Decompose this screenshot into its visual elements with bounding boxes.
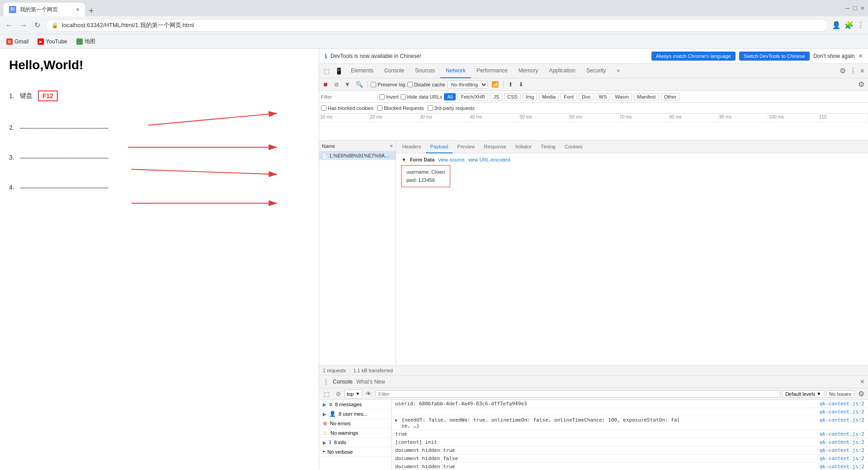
back-button[interactable]: ←: [4, 19, 14, 31]
extensions-icon[interactable]: 🧩: [844, 21, 854, 29]
sidebar-info[interactable]: ▶ ℹ 8 info: [319, 438, 391, 447]
console-filter-input[interactable]: [375, 390, 780, 398]
invert-label[interactable]: Invert: [379, 94, 399, 100]
sidebar-messages[interactable]: ▶ ≡ 8 messages: [319, 400, 391, 409]
console-log-area[interactable]: userid: 680bfabb-4def-4a49-83c6-dff7efa9…: [392, 400, 868, 470]
filter-img-btn[interactable]: Img: [523, 93, 537, 100]
object-log-source[interactable]: qk-content.js:2: [820, 417, 864, 423]
filter-js-btn[interactable]: JS: [490, 93, 502, 100]
response-tab[interactable]: Response: [479, 141, 511, 153]
match-language-btn[interactable]: Always match Chrome's language: [651, 52, 736, 61]
doc-hidden-true2-log-source[interactable]: qk-content.js:2: [820, 464, 864, 470]
third-party-requests-label[interactable]: 3rd-party requests: [428, 105, 475, 111]
sidebar-user-messages[interactable]: ▶ 👤 8 user mes...: [319, 409, 391, 419]
tab-network[interactable]: Network: [440, 64, 471, 78]
console-tab-active[interactable]: Console: [333, 379, 353, 385]
maximize-btn[interactable]: □: [853, 5, 857, 12]
filter-wasm-btn[interactable]: Wasm: [612, 93, 632, 100]
filter-other-btn[interactable]: Other: [661, 93, 680, 100]
filter-font-btn[interactable]: Font: [561, 93, 577, 100]
initiator-tab[interactable]: Initiator: [511, 141, 536, 153]
import-btn[interactable]: ⬆: [506, 80, 515, 89]
filter-input[interactable]: [321, 94, 375, 100]
preview-tab[interactable]: Preview: [453, 141, 479, 153]
search-btn[interactable]: 🔍: [354, 80, 365, 89]
new-tab-button[interactable]: +: [85, 6, 98, 16]
payload-tab[interactable]: Payload: [426, 141, 453, 153]
console-context-selector[interactable]: top ▼: [344, 389, 362, 399]
disable-cache-checkbox[interactable]: [407, 82, 413, 87]
preserve-log-label[interactable]: Preserve log: [371, 82, 406, 87]
tab-elements[interactable]: Elements: [345, 64, 379, 78]
sidebar-warnings[interactable]: ⚠ No warnings: [319, 428, 391, 438]
view-source-link[interactable]: view source: [438, 157, 464, 162]
tab-performance[interactable]: Performance: [471, 64, 513, 78]
network-settings-btn[interactable]: ⚙: [856, 78, 866, 90]
blocked-requests-checkbox[interactable]: [377, 105, 382, 111]
headers-tab[interactable]: Headers: [398, 141, 426, 153]
settings-btn[interactable]: ⚙: [838, 65, 848, 77]
blocked-requests-label[interactable]: Blocked Requests: [377, 105, 424, 111]
console-clear-btn[interactable]: ⊘: [334, 389, 343, 398]
export-btn[interactable]: ⬇: [517, 80, 525, 89]
console-sidebar-toggle-btn[interactable]: ⬚: [321, 389, 332, 399]
record-btn[interactable]: ⏺: [321, 80, 330, 89]
bookmark-maps[interactable]: 📍 地图: [74, 37, 98, 46]
hide-data-urls-checkbox[interactable]: [401, 94, 406, 100]
throttle-select[interactable]: No throttling: [447, 81, 488, 89]
inspect-element-btn[interactable]: ⬚: [321, 66, 332, 76]
tab-console[interactable]: Console: [379, 64, 410, 78]
disable-cache-label[interactable]: Disable cache: [407, 82, 445, 87]
dont-show-again-btn[interactable]: Don't show again: [813, 53, 855, 59]
console-settings-btn[interactable]: ⚙: [856, 388, 866, 400]
forward-button[interactable]: →: [18, 19, 29, 31]
profile-icon[interactable]: 👤: [832, 21, 841, 29]
filter-doc-btn[interactable]: Doc: [579, 93, 594, 100]
device-toolbar-btn[interactable]: 📱: [332, 66, 345, 76]
tab-more[interactable]: »: [611, 64, 625, 78]
tab-sources[interactable]: Sources: [410, 64, 440, 78]
close-window-btn[interactable]: ×: [861, 5, 864, 12]
active-tab[interactable]: 网 我的第一个网页 ×: [4, 3, 85, 16]
console-level-btn[interactable]: Default levels ▼: [782, 390, 824, 398]
sidebar-errors[interactable]: ⊗ No errors: [319, 419, 391, 428]
filter-manifest-btn[interactable]: Manifest: [634, 93, 659, 100]
expand-object-icon[interactable]: ▶: [395, 418, 398, 423]
view-url-encoded-link[interactable]: view URL-encoded: [468, 157, 510, 162]
userid-log-source[interactable]: qk-content.js:2: [820, 401, 864, 407]
wifi-btn[interactable]: 📶: [490, 80, 500, 89]
filter-ws-btn[interactable]: WS: [596, 93, 610, 100]
tab-application[interactable]: Application: [543, 64, 581, 78]
close-detail-btn[interactable]: ×: [390, 143, 393, 149]
whats-new-tab[interactable]: What's New: [356, 379, 385, 385]
more-options-btn[interactable]: ⋮: [848, 65, 859, 77]
filter-btn[interactable]: ▼: [343, 80, 352, 89]
doc-hidden-true-log-source[interactable]: qk-content.js:2: [820, 447, 864, 453]
blank-log-source[interactable]: qk-content.js:2: [820, 409, 864, 415]
tab-close-btn[interactable]: ×: [76, 6, 80, 13]
hide-data-urls-label[interactable]: Hide data URLs: [401, 94, 443, 100]
sidebar-verbose[interactable]: • No verbose: [319, 447, 391, 457]
console-eye-btn[interactable]: 👁: [364, 389, 373, 398]
content-init-log-source[interactable]: qk-content.js:2: [820, 439, 864, 445]
preserve-log-checkbox[interactable]: [371, 82, 376, 87]
timing-tab[interactable]: Timing: [536, 141, 560, 153]
filter-media-btn[interactable]: Media: [539, 93, 559, 100]
switch-chinese-btn[interactable]: Switch DevTools to Chinese: [739, 52, 810, 61]
filter-css-btn[interactable]: CSS: [504, 93, 521, 100]
console-menu-btn[interactable]: ⋮: [323, 378, 329, 385]
minimize-btn[interactable]: ─: [845, 5, 849, 12]
bookmark-youtube[interactable]: ▶ YouTube: [35, 38, 70, 46]
has-blocked-cookies-label[interactable]: Has blocked cookies: [321, 105, 373, 111]
tab-memory[interactable]: Memory: [513, 64, 543, 78]
notification-close-btn[interactable]: ×: [859, 52, 863, 60]
filter-fetch-btn[interactable]: Fetch/XHR: [458, 93, 488, 100]
console-close-btn[interactable]: ×: [860, 378, 864, 386]
bookmark-gmail[interactable]: G Gmail: [4, 38, 31, 46]
close-devtools-btn[interactable]: ×: [859, 65, 866, 77]
third-party-requests-checkbox[interactable]: [428, 105, 433, 111]
reload-button[interactable]: ↻: [33, 19, 42, 31]
cookies-tab[interactable]: Cookies: [560, 141, 587, 153]
doc-hidden-false-log-source[interactable]: qk-content.js:2: [820, 456, 864, 461]
clear-btn[interactable]: ⊘: [332, 80, 341, 89]
